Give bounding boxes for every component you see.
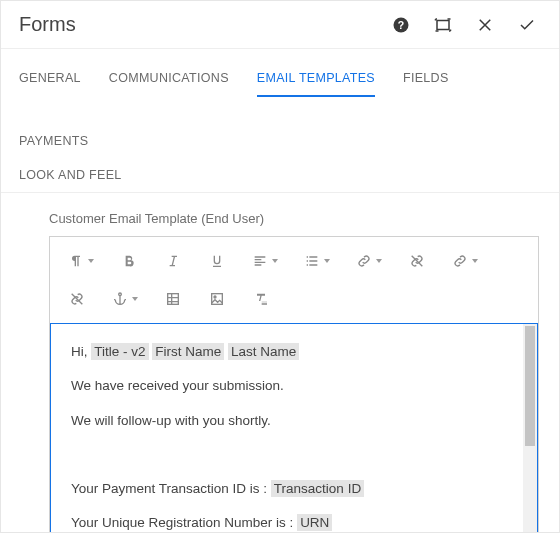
forms-panel: Forms ? GENERAL COMMUNICATIONS EMAIL TEM… [0,0,560,533]
tab-email-templates[interactable]: EMAIL TEMPLATES [257,61,375,97]
confirm-icon[interactable] [507,5,547,45]
anchor-button[interactable] [102,283,148,315]
link2-button[interactable] [442,245,488,277]
tab-payments[interactable]: PAYMENTS [19,124,88,158]
token-urn[interactable]: URN [297,514,332,531]
image-button[interactable] [198,283,236,315]
scrollbar-thumb[interactable] [525,326,535,446]
unlink-button[interactable] [398,245,436,277]
editor-content-area[interactable]: Hi, Title - v2 First Name Last Name We h… [50,323,538,532]
tab-communications[interactable]: COMMUNICATIONS [109,61,229,96]
table-button[interactable] [154,283,192,315]
token-last-name[interactable]: Last Name [228,343,299,360]
token-transaction-id[interactable]: Transaction ID [271,480,364,497]
svg-text:?: ? [398,18,404,30]
tab-look-and-feel[interactable]: LOOK AND FEEL [19,158,122,192]
body: Customer Email Template (End User) [1,193,559,532]
fullscreen-icon[interactable] [423,5,463,45]
token-first-name[interactable]: First Name [152,343,224,360]
svg-rect-6 [212,294,223,305]
link-button[interactable] [346,245,392,277]
svg-rect-2 [437,20,449,29]
svg-point-4 [119,293,122,296]
underline-button[interactable] [198,245,236,277]
paragraph-format-button[interactable] [58,245,104,277]
close-icon[interactable] [465,5,505,45]
rich-text-editor: Hi, Title - v2 First Name Last Name We h… [49,236,539,532]
svg-point-7 [214,296,216,298]
greeting-prefix: Hi, [71,344,91,359]
line-txn-prefix: Your Payment Transaction ID is : [71,481,271,496]
token-title[interactable]: Title - v2 [91,343,148,360]
page-title: Forms [19,13,76,36]
align-button[interactable] [242,245,288,277]
editor-content[interactable]: Hi, Title - v2 First Name Last Name We h… [51,324,523,532]
bold-button[interactable] [110,245,148,277]
tab-general[interactable]: GENERAL [19,61,81,96]
line-received: We have received your submission. [71,376,503,396]
unlink2-button[interactable] [58,283,96,315]
italic-button[interactable] [154,245,192,277]
header-actions: ? [381,5,547,45]
line-followup: We will follow-up with you shortly. [71,411,503,431]
clear-format-button[interactable] [242,283,280,315]
tabs: GENERAL COMMUNICATIONS EMAIL TEMPLATES F… [1,49,559,193]
tab-fields[interactable]: FIELDS [403,61,449,96]
svg-rect-5 [168,294,179,305]
section-label: Customer Email Template (End User) [49,211,539,226]
list-button[interactable] [294,245,340,277]
scrollbar[interactable] [523,324,537,532]
help-icon[interactable]: ? [381,5,421,45]
line-urn-prefix: Your Unique Registration Number is : [71,515,297,530]
editor-toolbar [50,237,538,323]
header: Forms ? [1,1,559,49]
